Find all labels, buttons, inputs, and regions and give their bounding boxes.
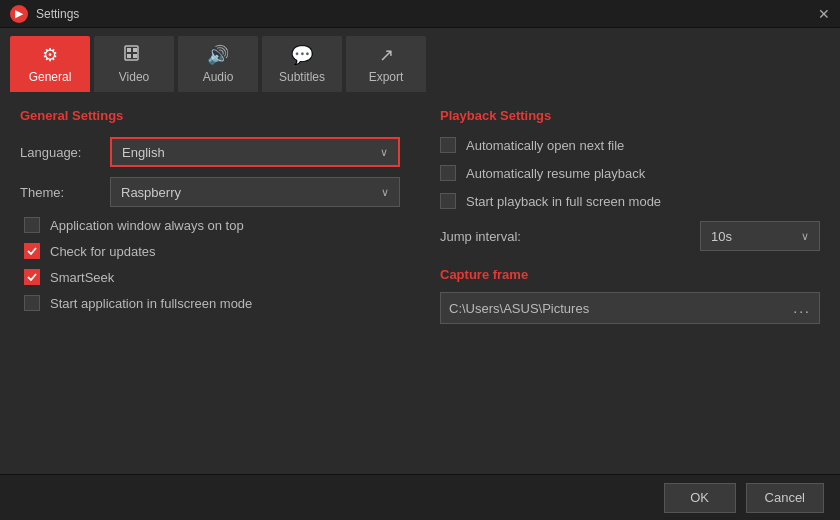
tab-video[interactable]: Video (94, 36, 174, 92)
tab-export[interactable]: ↗ Export (346, 36, 426, 92)
close-button[interactable]: ✕ (818, 7, 830, 21)
app-logo: ▶ (10, 5, 28, 23)
language-value: English (122, 145, 165, 160)
capture-path-row: C:\Users\ASUS\Pictures ... (440, 292, 820, 324)
checkbox-always-on-top[interactable] (24, 217, 40, 233)
browse-button[interactable]: ... (793, 300, 811, 316)
capture-path-text: C:\Users\ASUS\Pictures (449, 301, 785, 316)
capture-frame-title: Capture frame (440, 267, 820, 282)
tab-subtitles-label: Subtitles (279, 70, 325, 84)
main-content: General Settings Language: English ∨ The… (0, 92, 840, 340)
playback-panel: Playback Settings Automatically open nex… (440, 108, 820, 324)
playback-row-auto-resume: Automatically resume playback (440, 165, 820, 181)
svg-rect-2 (127, 54, 131, 58)
checkbox-smart-seek[interactable] (24, 269, 40, 285)
tab-audio[interactable]: 🔊 Audio (178, 36, 258, 92)
theme-dropdown[interactable]: Raspberry ∨ (110, 177, 400, 207)
checkbox-label-always-on-top: Application window always on top (50, 218, 244, 233)
title-bar-left: ▶ Settings (10, 5, 79, 23)
tab-export-label: Export (369, 70, 404, 84)
video-icon (124, 45, 144, 66)
title-bar: ▶ Settings ✕ (0, 0, 840, 28)
checkbox-label-fullscreen-start: Start application in fullscreen mode (50, 296, 252, 311)
export-icon: ↗ (379, 44, 394, 66)
general-settings-title: General Settings (20, 108, 400, 123)
general-settings-panel: General Settings Language: English ∨ The… (20, 108, 400, 324)
subtitles-icon: 💬 (291, 44, 313, 66)
jump-dropdown-arrow: ∨ (801, 230, 809, 243)
checkbox-row-smart-seek: SmartSeek (24, 269, 400, 285)
tab-general[interactable]: ⚙ General (10, 36, 90, 92)
checkbox-check-updates[interactable] (24, 243, 40, 259)
checkbox-auto-open[interactable] (440, 137, 456, 153)
checkbox-auto-resume[interactable] (440, 165, 456, 181)
checkbox-row-fullscreen-start: Start application in fullscreen mode (24, 295, 400, 311)
tab-general-label: General (29, 70, 72, 84)
checkbox-row-check-updates: Check for updates (24, 243, 400, 259)
theme-dropdown-arrow: ∨ (381, 186, 389, 199)
tabs-bar: ⚙ General Video 🔊 Audio 💬 Subtitles ↗ Ex… (0, 28, 840, 92)
checkbox-label-auto-resume: Automatically resume playback (466, 166, 645, 181)
checkbox-row-always-on-top: Application window always on top (24, 217, 400, 233)
tab-video-label: Video (119, 70, 149, 84)
audio-icon: 🔊 (207, 44, 229, 66)
checkbox-fullscreen-playback[interactable] (440, 193, 456, 209)
checkbox-label-auto-open: Automatically open next file (466, 138, 624, 153)
checkbox-label-check-updates: Check for updates (50, 244, 156, 259)
svg-rect-4 (133, 54, 137, 58)
language-label: Language: (20, 145, 110, 160)
jump-interval-dropdown[interactable]: 10s ∨ (700, 221, 820, 251)
language-dropdown-arrow: ∨ (380, 146, 388, 159)
cancel-button[interactable]: Cancel (746, 483, 824, 513)
playback-row-fullscreen: Start playback in full screen mode (440, 193, 820, 209)
language-row: Language: English ∨ (20, 137, 400, 167)
checkbox-label-fullscreen-playback: Start playback in full screen mode (466, 194, 661, 209)
ok-button[interactable]: OK (664, 483, 736, 513)
jump-interval-value: 10s (711, 229, 732, 244)
language-dropdown[interactable]: English ∨ (110, 137, 400, 167)
general-icon: ⚙ (42, 44, 58, 66)
tab-audio-label: Audio (203, 70, 234, 84)
tab-subtitles[interactable]: 💬 Subtitles (262, 36, 342, 92)
theme-label: Theme: (20, 185, 110, 200)
checkbox-label-smart-seek: SmartSeek (50, 270, 114, 285)
theme-value: Raspberry (121, 185, 181, 200)
playback-settings-title: Playback Settings (440, 108, 820, 123)
playback-row-auto-open: Automatically open next file (440, 137, 820, 153)
jump-interval-label: Jump interval: (440, 229, 700, 244)
checkbox-fullscreen-start[interactable] (24, 295, 40, 311)
footer-bar: OK Cancel (0, 474, 840, 520)
theme-row: Theme: Raspberry ∨ (20, 177, 400, 207)
svg-rect-3 (133, 48, 137, 52)
svg-rect-1 (127, 48, 131, 52)
window-title: Settings (36, 7, 79, 21)
jump-interval-row: Jump interval: 10s ∨ (440, 221, 820, 251)
